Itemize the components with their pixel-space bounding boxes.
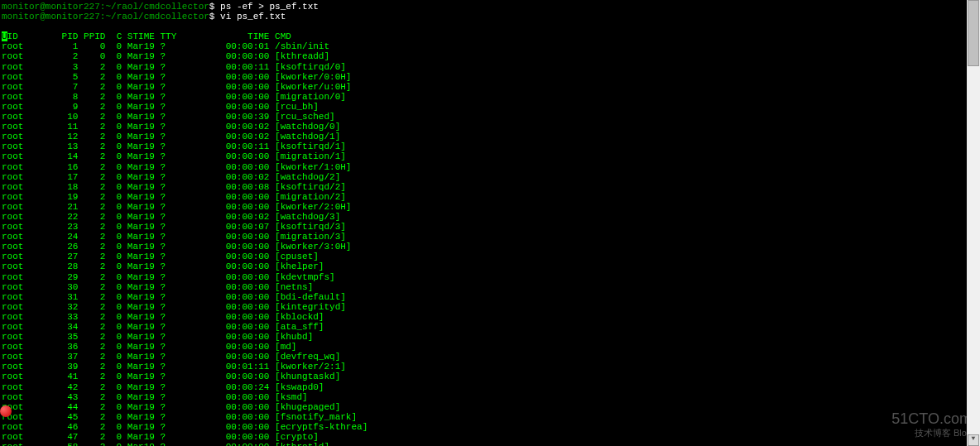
process-row: root 21 2 0 Mar19 ? 00:00:00 [kworker/2:…: [2, 202, 978, 212]
process-row: root 16 2 0 Mar19 ? 00:00:00 [kworker/1:…: [2, 162, 978, 172]
process-row: root 7 2 0 Mar19 ? 00:00:00 [kworker/u:0…: [2, 82, 978, 92]
process-row: root 33 2 0 Mar19 ? 00:00:00 [kblockd]: [2, 312, 978, 322]
process-row: root 10 2 0 Mar19 ? 00:00:39 [rcu_sched]: [2, 112, 978, 122]
process-row: root 37 2 0 Mar19 ? 00:00:00 [devfreq_wq…: [2, 352, 978, 362]
process-row: root 14 2 0 Mar19 ? 00:00:00 [migration/…: [2, 151, 978, 161]
process-row: root 43 2 0 Mar19 ? 00:00:00 [ksmd]: [2, 392, 978, 402]
blank-line: [2, 22, 978, 31]
process-row: root 27 2 0 Mar19 ? 00:00:00 [cpuset]: [2, 252, 978, 261]
process-row: root 58 2 0 Mar19 ? 00:00:00 [kthrotld]: [2, 442, 978, 446]
scrollbar-thumb[interactable]: [968, 0, 979, 66]
process-row: root 47 2 0 Mar19 ? 00:00:00 [crypto]: [2, 432, 978, 442]
process-row: root 1 0 0 Mar19 ? 00:00:01 /sbin/init: [2, 41, 978, 51]
prompt-path: ~/raol/cmdcollector: [105, 2, 209, 12]
process-row: root 41 2 0 Mar19 ? 00:00:00 [khungtaskd…: [2, 372, 978, 381]
process-row: root 32 2 0 Mar19 ? 00:00:00 [kintegrity…: [2, 302, 978, 312]
cursor: U: [2, 31, 7, 41]
watermark-sub: 技术博客 Blog: [891, 428, 972, 438]
prompt-user-host: monitor@monitor227: [2, 12, 100, 22]
process-row: root 3 2 0 Mar19 ? 00:00:11 [ksoftirqd/0…: [2, 62, 978, 72]
prompt-sep: $: [209, 2, 215, 12]
process-row: root 29 2 0 Mar19 ? 00:00:00 [kdevtmpfs]: [2, 272, 978, 282]
command-2: vi ps_ef.txt: [220, 12, 286, 22]
process-row: root 2 0 0 Mar19 ? 00:00:00 [kthreadd]: [2, 51, 978, 61]
process-row: root 36 2 0 Mar19 ? 00:00:00 [md]: [2, 342, 978, 352]
prompt-line-2: monitor@monitor227:~/raol/cmdcollector$ …: [2, 12, 978, 22]
process-row: root 9 2 0 Mar19 ? 00:00:00 [rcu_bh]: [2, 102, 978, 112]
process-row: root 23 2 0 Mar19 ? 00:00:07 [ksoftirqd/…: [2, 222, 978, 232]
process-row: root 26 2 0 Mar19 ? 00:00:00 [kworker/3:…: [2, 242, 978, 252]
process-row: root 31 2 0 Mar19 ? 00:00:00 [bdi-defaul…: [2, 292, 978, 302]
command-1: ps -ef > ps_ef.txt: [220, 2, 319, 12]
process-row: root 42 2 0 Mar19 ? 00:00:24 [kswapd0]: [2, 382, 978, 392]
process-row: root 24 2 0 Mar19 ? 00:00:00 [migration/…: [2, 232, 978, 242]
scroll-down-icon[interactable]: ▼: [968, 434, 979, 446]
process-row: root 34 2 0 Mar19 ? 00:00:00 [ata_sff]: [2, 322, 978, 332]
process-row: root 30 2 0 Mar19 ? 00:00:00 [netns]: [2, 282, 978, 292]
process-row: root 19 2 0 Mar19 ? 00:00:00 [migration/…: [2, 192, 978, 202]
red-dot-icon: [0, 405, 12, 417]
process-row: root 46 2 0 Mar19 ? 00:00:00 [ecryptfs-k…: [2, 422, 978, 432]
process-row: root 39 2 0 Mar19 ? 00:01:11 [kworker/2:…: [2, 362, 978, 372]
process-row: root 11 2 0 Mar19 ? 00:00:02 [watchdog/0…: [2, 122, 978, 132]
process-row: root 35 2 0 Mar19 ? 00:00:00 [khubd]: [2, 332, 978, 342]
process-list: root 1 0 0 Mar19 ? 00:00:01 /sbin/initro…: [2, 41, 978, 446]
process-row: root 12 2 0 Mar19 ? 00:00:02 [watchdog/1…: [2, 132, 978, 141]
prompt-user-host: monitor@monitor227: [2, 2, 100, 12]
process-row: root 18 2 0 Mar19 ? 00:00:08 [ksoftirqd/…: [2, 182, 978, 192]
watermark-main: 51CTO.com: [891, 411, 972, 428]
process-row: root 13 2 0 Mar19 ? 00:00:11 [ksoftirqd/…: [2, 141, 978, 151]
process-row: root 8 2 0 Mar19 ? 00:00:00 [migration/0…: [2, 92, 978, 102]
process-row: root 17 2 0 Mar19 ? 00:00:02 [watchdog/2…: [2, 172, 978, 182]
process-row: root 5 2 0 Mar19 ? 00:00:00 [kworker/0:0…: [2, 72, 978, 82]
process-row: root 44 2 0 Mar19 ? 00:00:00 [khugepaged…: [2, 402, 978, 412]
process-row: root 22 2 0 Mar19 ? 00:00:02 [watchdog/3…: [2, 212, 978, 222]
prompt-path: ~/raol/cmdcollector: [105, 12, 209, 22]
ps-header-row: UID PID PPID C STIME TTY TIME CMD: [2, 31, 978, 41]
process-row: root 28 2 0 Mar19 ? 00:00:00 [khelper]: [2, 261, 978, 271]
watermark: 51CTO.com 技术博客 Blog: [891, 411, 972, 438]
vertical-scrollbar[interactable]: ▲ ▼: [967, 0, 980, 446]
prompt-sep: $: [209, 12, 215, 22]
process-row: root 45 2 0 Mar19 ? 00:00:00 [fsnotify_m…: [2, 412, 978, 422]
prompt-line-1: monitor@monitor227:~/raol/cmdcollector$ …: [2, 2, 978, 12]
